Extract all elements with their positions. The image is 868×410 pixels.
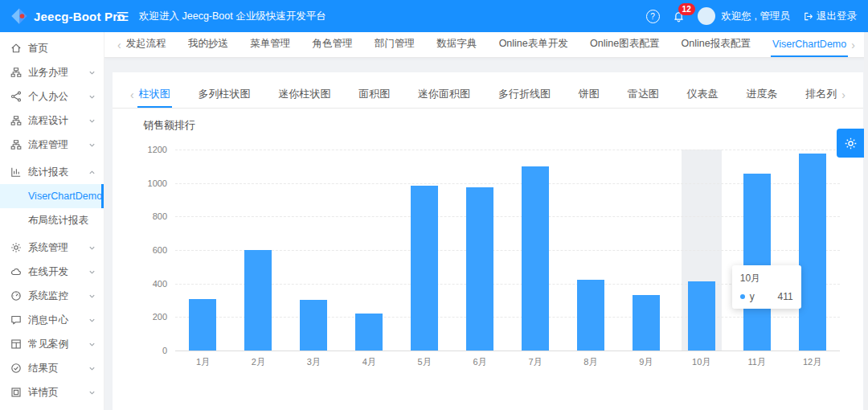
chart-tab[interactable]: 雷达图	[626, 82, 661, 108]
route-tab[interactable]: 数据字典	[435, 32, 478, 57]
y-axis-tick: 1000	[114, 178, 167, 188]
chevron-down-icon	[88, 117, 96, 125]
route-tab[interactable]: 角色管理	[311, 32, 354, 57]
app-header: Jeecg-Boot Pro 欢迎进入 Jeecg-Boot 企业级快速开发平台…	[0, 0, 868, 32]
bar-11月[interactable]	[743, 174, 771, 351]
chart-tab[interactable]: 排名列	[804, 82, 838, 108]
question-circle-icon[interactable]: ?	[646, 10, 660, 23]
settings-gear-button[interactable]	[837, 129, 864, 158]
route-tab[interactable]: 我的抄送	[186, 32, 230, 57]
bar-1月[interactable]	[189, 299, 216, 351]
chart-tab-bar[interactable]: 柱状图	[137, 82, 172, 108]
bar-6月[interactable]	[466, 187, 493, 351]
logout-button[interactable]: 退出登录	[803, 10, 857, 23]
y-axis-tick: 600	[114, 245, 167, 255]
sidebar-item-viserchartdemo[interactable]: ViserChartDemo	[0, 184, 104, 208]
chart-tab[interactable]: 多行折线图	[497, 82, 552, 108]
bar-8月[interactable]	[577, 280, 604, 351]
tooltip-series: y	[750, 291, 755, 302]
chart-type-tabs: ‹ 柱状图 多列柱状图 迷你柱状图 面积图 迷你面积图 多行折线图 饼图 雷达图…	[113, 72, 863, 109]
x-axis-tick: 2月	[235, 356, 280, 368]
sidebar-item-home[interactable]: 首页	[0, 36, 104, 60]
route-tab[interactable]: Online报表配置	[680, 32, 752, 57]
sidebar-item-system-monitor[interactable]: 系统监控	[0, 284, 104, 308]
sidebar-item-common-cases[interactable]: 常见案例	[0, 332, 104, 356]
chart-card: ‹ 柱状图 多列柱状图 迷你柱状图 面积图 迷你面积图 多行折线图 饼图 雷达图…	[113, 72, 863, 410]
chevron-left-icon[interactable]: ‹	[127, 82, 137, 108]
sidebar-item-personal-office[interactable]: 个人办公	[0, 84, 104, 109]
logout-label: 退出登录	[817, 10, 857, 23]
check-circle-icon	[10, 363, 22, 374]
sidebar-item-label: 个人办公	[28, 90, 68, 104]
share-icon	[10, 91, 22, 102]
cluster-icon	[10, 115, 22, 126]
scrollbar[interactable]	[864, 32, 868, 410]
y-axis-tick: 400	[114, 279, 167, 289]
bar-5月[interactable]	[411, 186, 438, 351]
y-axis-tick: 1200	[114, 145, 167, 154]
bar-2月[interactable]	[244, 250, 272, 351]
chevron-right-icon[interactable]: ›	[848, 32, 858, 57]
bar-chart: 10月 y 411 0200400600800100012001月2月3月4月5…	[175, 150, 840, 351]
chevron-down-icon	[88, 244, 96, 252]
chart-tab[interactable]: 仪表盘	[686, 82, 720, 108]
chart-tab[interactable]: 迷你柱状图	[276, 82, 332, 108]
message-icon	[10, 314, 22, 326]
route-tab[interactable]: Online表单开发	[497, 32, 570, 57]
series-dot-icon	[740, 294, 745, 299]
sidebar-item-layout-report[interactable]: 布局统计报表	[0, 208, 104, 232]
route-tab-active[interactable]: ViserChartDemo	[771, 32, 848, 57]
route-tab[interactable]: 菜单管理	[248, 32, 292, 57]
bar-12月[interactable]	[799, 154, 826, 351]
sidebar-item-label: 详情页	[28, 386, 59, 400]
sidebar-item-online-dev[interactable]: 在线开发	[0, 260, 104, 284]
bar-3月[interactable]	[300, 300, 327, 351]
chart-tab[interactable]: 面积图	[357, 82, 391, 108]
chevron-down-icon	[88, 269, 96, 276]
bar-4月[interactable]	[355, 314, 383, 351]
x-axis-tick: 6月	[457, 356, 502, 368]
chart-tab[interactable]: 饼图	[577, 82, 601, 108]
sidebar-item-process-design[interactable]: 流程设计	[0, 109, 104, 133]
sidebar-item-system-manage[interactable]: 系统管理	[0, 236, 104, 260]
sidebar-item-label: 流程设计	[28, 114, 68, 128]
x-axis-tick: 5月	[402, 356, 447, 368]
logout-icon	[803, 11, 813, 22]
chevron-right-icon[interactable]: ›	[838, 82, 849, 108]
sidebar-item-message-center[interactable]: 消息中心	[0, 308, 104, 332]
bar-10月[interactable]	[688, 281, 715, 351]
welcome-text: 欢迎进入 Jeecg-Boot 企业级快速开发平台	[139, 10, 326, 23]
sidebar-item-label: 统计报表	[28, 166, 68, 179]
sidebar-item-reports[interactable]: 统计报表	[0, 160, 104, 184]
bar-9月[interactable]	[633, 295, 660, 351]
bell-icon[interactable]: 12	[673, 10, 685, 23]
sidebar-item-detail-page[interactable]: 详情页	[0, 380, 104, 404]
route-tabbar: ‹ 发起流程 我的抄送 菜单管理 角色管理 部门管理 数据字典 Online表单…	[104, 32, 868, 58]
user-menu[interactable]: 欢迎您 , 管理员	[698, 7, 790, 25]
chevron-down-icon	[88, 317, 96, 324]
route-tab[interactable]: Online图表配置	[588, 32, 661, 57]
chevron-up-icon	[88, 169, 96, 176]
sidebar-item-business[interactable]: 业务办理	[0, 60, 104, 84]
sidebar-item-process-manage[interactable]: 流程管理	[0, 133, 104, 157]
x-axis-tick: 12月	[790, 356, 835, 368]
menu-fold-icon[interactable]	[116, 10, 129, 23]
sidebar-item-label: 常见案例	[28, 338, 68, 351]
sidebar-item-label: 结果页	[28, 362, 59, 375]
route-tab[interactable]: 部门管理	[373, 32, 416, 57]
bar-7月[interactable]	[522, 166, 549, 351]
chart-tab[interactable]: 进度条	[744, 82, 779, 108]
sidebar-item-result-page[interactable]: 结果页	[0, 356, 104, 380]
y-axis-tick: 800	[114, 211, 167, 221]
sidebar-item-label: 首页	[28, 42, 48, 55]
x-axis-tick: 7月	[513, 356, 558, 368]
sidebar-item-label: 业务办理	[28, 66, 68, 80]
chart-tooltip: 10月 y 411	[732, 265, 801, 309]
chevron-left-icon[interactable]: ‹	[114, 32, 125, 57]
route-tab[interactable]: 发起流程	[125, 32, 168, 57]
chart-tab[interactable]: 多列柱状图	[197, 82, 252, 108]
chart-tab[interactable]: 迷你面积图	[416, 82, 472, 108]
avatar	[698, 7, 715, 25]
logo[interactable]: Jeecg-Boot Pro	[0, 7, 104, 25]
gridline	[175, 317, 840, 318]
